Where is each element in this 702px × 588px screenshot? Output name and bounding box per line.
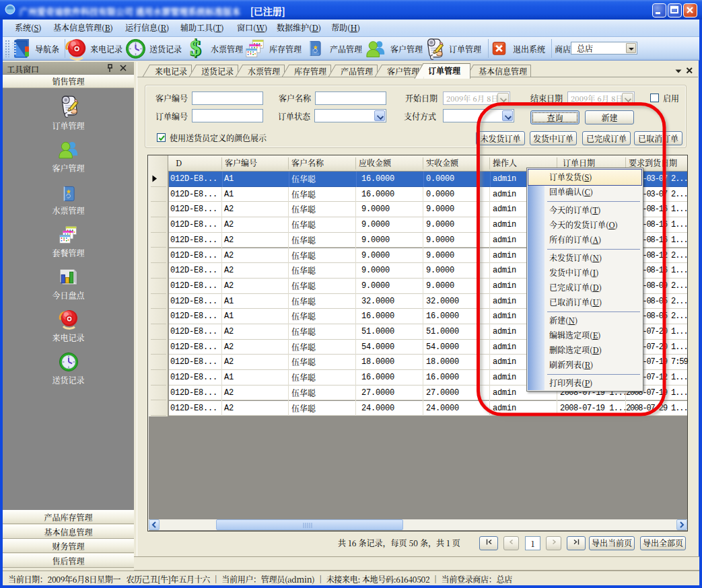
svg-text:$: $	[190, 36, 201, 60]
